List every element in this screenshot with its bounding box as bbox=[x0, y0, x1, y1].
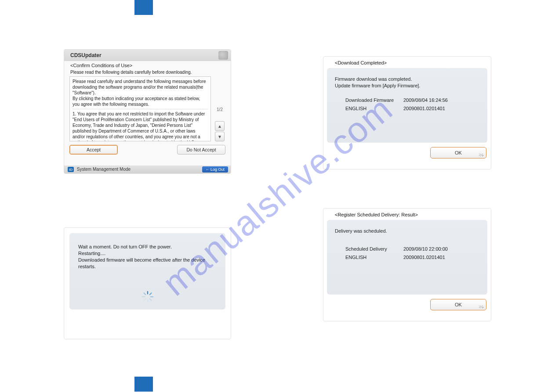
page-indicator: 1/2 bbox=[217, 107, 223, 112]
footer-mode: ID System Management Mode bbox=[68, 167, 131, 173]
do-not-accept-button[interactable]: Do Not Accept bbox=[177, 145, 225, 155]
id-badge-icon: ID bbox=[68, 167, 74, 172]
scheduled-title: <Register Scheduled Delivery: Result> bbox=[323, 209, 491, 220]
restarting-message-box: Wait a moment. Do not turn OFF the power… bbox=[69, 233, 225, 309]
scheduled-delivery-label: Scheduled Delivery bbox=[335, 246, 403, 252]
chevron-down-icon: ▼ bbox=[218, 134, 222, 139]
globe-icon[interactable] bbox=[218, 51, 228, 60]
agreement-para-2: 1. You agree that you are not restricted… bbox=[73, 111, 208, 141]
panel-restarting: Wait a moment. Do not turn OFF the power… bbox=[64, 227, 231, 339]
chevron-up-icon: ▲ bbox=[218, 124, 222, 129]
scheduled-msg-line-1: Delivery was scheduled. bbox=[335, 228, 479, 234]
scheduled-box: Delivery was scheduled. Scheduled Delive… bbox=[327, 220, 487, 295]
panel-cdsupdater: CDSUpdater <Confirm Conditions of Use> P… bbox=[64, 49, 231, 174]
logout-button[interactable]: Log Out bbox=[202, 166, 228, 173]
download-completed-box: Firmware download was completed. Update … bbox=[327, 68, 487, 143]
app-title: CDSUpdater bbox=[70, 52, 102, 58]
scroll-up-button[interactable]: ▲ bbox=[215, 121, 225, 131]
restart-line-2: Restarting.... bbox=[78, 250, 217, 257]
restart-line-1: Wait a moment. Do not turn OFF the power… bbox=[78, 244, 217, 250]
accept-button[interactable]: Accept bbox=[69, 145, 118, 155]
titlebar: CDSUpdater bbox=[64, 50, 231, 61]
agreement-para-1: Please read carefully and understand the… bbox=[73, 79, 208, 107]
scheduled-language-label: ENGLISH bbox=[335, 254, 403, 261]
svg-line-7 bbox=[144, 293, 145, 295]
svg-line-1 bbox=[149, 293, 151, 295]
downloaded-firmware-value: 2009/08/04 16:24:56 bbox=[403, 97, 448, 104]
footer-mode-label: System Management Mode bbox=[77, 167, 131, 172]
download-completed-title: <Download Completed> bbox=[323, 57, 491, 68]
instruction-text: Please read the following details carefu… bbox=[64, 69, 231, 76]
panel-scheduled-delivery: <Register Scheduled Delivery: Result> De… bbox=[323, 208, 491, 321]
scheduled-language-value: 20090801.0201401 bbox=[403, 254, 445, 261]
downloaded-firmware-label: Downloaded Firmware bbox=[335, 97, 403, 104]
agreement-textbox[interactable]: Please read carefully and understand the… bbox=[69, 76, 211, 141]
scroll-down-button[interactable]: ▼ bbox=[215, 132, 225, 141]
svg-line-3 bbox=[149, 299, 151, 301]
scheduled-delivery-value: 2009/08/10 22:00:00 bbox=[403, 246, 448, 252]
svg-line-5 bbox=[144, 299, 145, 301]
restart-line-3: Downloaded firmware will become effectiv… bbox=[78, 257, 217, 270]
panel-download-completed: <Download Completed> Firmware download w… bbox=[323, 56, 491, 169]
scheduled-ok-button[interactable]: OK bbox=[430, 299, 486, 310]
downloaded-language-value: 20090801.0201401 bbox=[403, 105, 445, 112]
dl-msg-line-2: Update firmware from [Apply Firmware]. bbox=[335, 83, 479, 89]
decorative-square-bottom bbox=[134, 377, 153, 392]
subtitle: <Confirm Conditions of Use> bbox=[64, 61, 231, 69]
decorative-square-top bbox=[134, 0, 153, 15]
dl-msg-line-1: Firmware download was completed. bbox=[335, 76, 479, 83]
loading-spinner-icon bbox=[141, 290, 154, 303]
download-ok-button[interactable]: OK bbox=[430, 147, 486, 158]
downloaded-language-label: ENGLISH bbox=[335, 105, 403, 112]
